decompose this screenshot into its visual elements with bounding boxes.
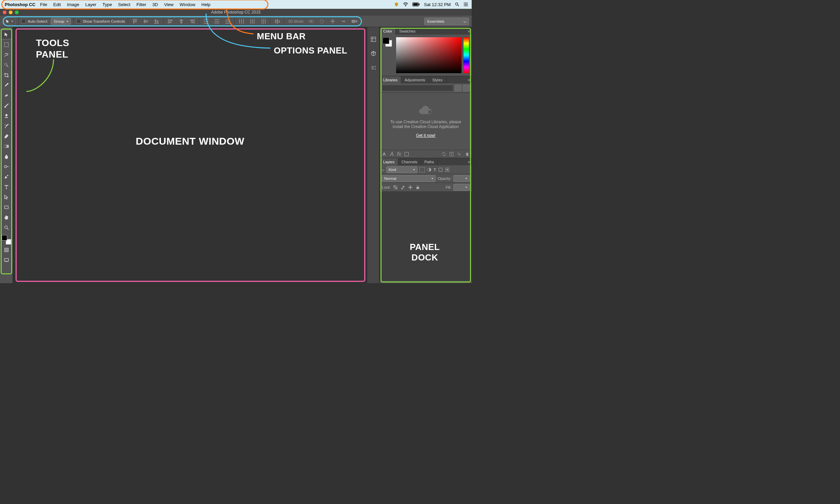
move-tool[interactable] [1,30,12,39]
tab-adjustments[interactable]: Adjustments [401,76,429,83]
menu-3d[interactable]: 3D [153,2,158,7]
swatch-add-icon[interactable] [405,152,409,156]
menu-window[interactable]: Window [180,2,195,7]
pen-tool[interactable] [1,172,12,182]
dist-right-icon[interactable] [259,18,267,25]
auto-align-icon[interactable] [273,18,281,25]
battery-icon[interactable] [412,2,420,6]
char-style-icon[interactable] [382,152,387,157]
lib-link-icon[interactable] [457,152,462,157]
marquee-tool[interactable] [1,40,12,50]
layers-blend-mode[interactable]: Normal [382,175,436,182]
history-panel-icon[interactable] [369,35,377,43]
type-tool[interactable] [1,182,12,192]
rectangle-tool[interactable] [1,202,12,212]
align-left-icon[interactable] [166,18,175,25]
dist-vcenter-icon[interactable] [213,18,221,25]
3d-orbit-icon[interactable] [307,18,315,25]
lib-sync-icon[interactable] [442,152,446,157]
dist-bottom-icon[interactable] [224,18,232,25]
libraries-get-it-link[interactable]: Get it now! [416,133,435,138]
brush-tool[interactable] [1,101,12,110]
3d-pan-icon[interactable] [329,18,337,25]
lib-trash-icon[interactable] [465,152,470,157]
libraries-grid-view[interactable] [455,85,462,91]
clock[interactable]: Sat 12:32 PM [424,2,451,7]
filter-type-icon[interactable]: T [434,168,436,172]
lib-text-icon[interactable]: T [450,152,454,156]
layers-panel-menu-icon[interactable]: ≡ [466,158,472,165]
clone-stamp-tool[interactable] [1,111,12,121]
menu-file[interactable]: File [40,2,47,7]
color-field[interactable] [396,37,462,73]
hue-slider[interactable] [464,37,469,73]
show-transform-checkbox[interactable]: Show Transform Controls [76,19,125,23]
3d-camera-icon[interactable] [350,18,358,25]
tab-channels[interactable]: Channels [398,158,421,165]
para-style-icon[interactable]: A [390,151,394,157]
workspace-switcher[interactable]: Essentials [424,18,469,25]
filter-shape-icon[interactable] [438,167,443,172]
auto-select-checkbox[interactable]: Auto-Select: [21,19,48,23]
menu-edit[interactable]: Edit [53,2,61,7]
menu-list-icon[interactable] [464,2,468,6]
filter-smart-icon[interactable] [445,167,450,172]
menu-select[interactable]: Select [118,2,130,7]
align-top-icon[interactable] [131,18,139,25]
3d-panel-icon[interactable] [369,50,377,58]
spot-heal-tool[interactable] [1,91,12,100]
path-select-tool[interactable] [1,192,12,202]
dist-left-icon[interactable] [237,18,246,25]
tab-layers[interactable]: Layers [380,158,398,165]
layers-list[interactable]: PANEL DOCK [380,192,472,281]
3d-roll-icon[interactable] [318,18,326,25]
align-bottom-icon[interactable] [153,18,161,25]
spotlight-icon[interactable] [455,2,460,7]
lock-all-icon[interactable] [415,185,421,190]
current-tool-indicator[interactable] [3,18,16,25]
hand-tool[interactable] [1,213,12,222]
document-window[interactable]: TOOLS PANEL DOCUMENT WINDOW MENU BAR OPT… [13,27,367,283]
align-hcenter-icon[interactable] [177,18,185,25]
history-brush-tool[interactable] [1,121,12,131]
app-name[interactable]: Photoshop CC [5,2,35,7]
tab-paths[interactable]: Paths [421,158,438,165]
tab-swatches[interactable]: Swatches [396,28,419,35]
menu-help[interactable]: Help [201,2,210,7]
quick-mask-tool[interactable] [1,245,12,255]
libraries-panel-menu-icon[interactable]: ≡ [466,76,472,83]
lock-position-icon[interactable] [408,185,413,190]
3d-slide-icon[interactable] [340,18,348,25]
menu-view[interactable]: View [164,2,174,7]
menu-image[interactable]: Image [67,2,79,7]
gradient-tool[interactable] [1,142,12,151]
menu-layer[interactable]: Layer [85,2,96,7]
filter-pixel-icon[interactable] [419,167,425,173]
eraser-tool[interactable] [1,131,12,141]
lock-brush-icon[interactable] [400,185,406,190]
filter-adjust-icon[interactable] [427,167,432,172]
align-right-icon[interactable] [188,18,196,25]
tab-libraries[interactable]: Libraries [380,76,401,83]
crop-tool[interactable] [1,70,12,80]
tab-color[interactable]: Color [380,28,396,35]
align-vcenter-icon[interactable] [142,18,150,25]
layers-opacity[interactable] [453,175,470,182]
dist-top-icon[interactable] [202,18,210,25]
quick-select-tool[interactable] [1,60,12,70]
dist-hcenter-icon[interactable] [248,18,256,25]
menu-filter[interactable]: Filter [137,2,146,7]
layers-fill[interactable] [453,184,470,191]
color-panel-menu-icon[interactable]: ≡ [466,28,472,35]
blur-tool[interactable] [1,152,12,161]
lasso-tool[interactable] [1,50,12,60]
color-swatches[interactable] [2,235,11,245]
libraries-list-view[interactable] [463,85,470,91]
dodge-tool[interactable] [1,162,12,172]
menu-type[interactable]: Type [102,2,112,7]
zoom-tool[interactable] [1,223,12,232]
auto-select-mode[interactable]: Group [51,18,71,25]
fx-icon[interactable]: fx [397,151,401,157]
layers-filter-kind[interactable]: Kind [386,166,417,173]
color-fg-bg[interactable] [382,37,394,73]
